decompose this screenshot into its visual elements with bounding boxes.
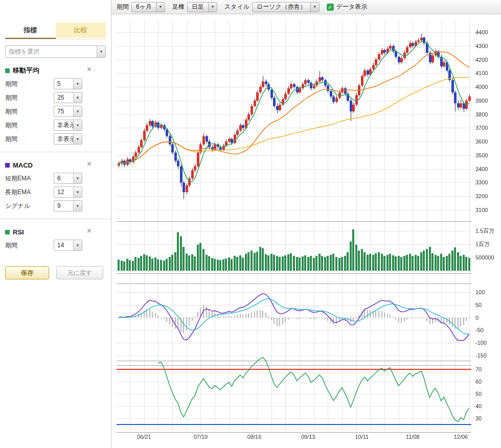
ma-period-5-select[interactable]: 非表示 ▼ — [54, 133, 82, 145]
chevron-down-icon: ▼ — [156, 3, 165, 12]
chevron-down-icon: ▼ — [73, 134, 82, 144]
indicator-select[interactable]: 指標を選択 ▼ — [5, 45, 106, 58]
select-value: 非表示 — [54, 121, 73, 130]
style-dropdown-value: ローソク（赤青） — [253, 3, 310, 11]
period-dropdown-value: 6ヶ月 — [132, 3, 156, 11]
chevron-down-icon: ▼ — [310, 3, 319, 12]
indicator-sidebar: 指標 比較 指標を選択 ▼ 移動平均 × 期間 5 ▼ 期間 25 ▼ — [0, 0, 111, 448]
indicator-select-value: 指標を選択 — [6, 48, 39, 56]
indicator-bullet — [5, 163, 10, 168]
chevron-down-icon: ▼ — [97, 46, 105, 57]
tab-compare[interactable]: 比較 — [56, 22, 106, 38]
select-value: 5 — [54, 80, 61, 87]
ma-period-3-select[interactable]: 75 ▼ — [54, 106, 82, 117]
section-header-macd: MACD × — [5, 160, 106, 170]
macd-signal-select[interactable]: 9 ▼ — [54, 200, 82, 211]
row-label: シグナル — [5, 202, 54, 210]
stock-chart-app: 指標 比較 指標を選択 ▼ 移動平均 × 期間 5 ▼ 期間 25 ▼ — [0, 0, 501, 448]
select-value: 75 — [54, 108, 64, 115]
ma-period-1-select[interactable]: 5 ▼ — [54, 78, 82, 89]
reset-button[interactable]: 元に戻す — [56, 266, 103, 279]
section-title-moving-average: 移動平均 — [13, 66, 39, 75]
data-display-checkbox[interactable]: ✓ — [327, 4, 334, 11]
period-dropdown[interactable]: 6ヶ月 ▼ — [131, 2, 165, 12]
row-label: 短期EMA — [5, 174, 54, 183]
macd-slow-row: 長期EMA 12 ▼ — [5, 186, 106, 198]
row-label: 期間 — [5, 93, 54, 102]
sidebar-buttons: 保存 元に戻す — [5, 266, 106, 279]
row-label: 期間 — [5, 107, 54, 116]
select-value: 12 — [54, 188, 64, 196]
stock-chart-canvas[interactable] — [111, 14, 501, 448]
macd-fast-ema-select[interactable]: 6 ▼ — [54, 173, 82, 184]
ma-period-2-select[interactable]: 25 ▼ — [54, 92, 82, 103]
close-icon[interactable]: × — [87, 226, 92, 235]
section-title-macd: MACD — [13, 161, 33, 169]
chart-toolbar: 期間 6ヶ月 ▼ 足種 日足 ▼ スタイル ローソク（赤青） ▼ ✓ データ表示 — [111, 0, 501, 14]
row-label: 長期EMA — [5, 188, 54, 197]
macd-fast-row: 短期EMA 6 ▼ — [5, 173, 106, 184]
save-button[interactable]: 保存 — [5, 266, 49, 279]
tab-indicators[interactable]: 指標 — [5, 22, 56, 39]
section-header-rsi: RSI × — [5, 227, 106, 237]
ma-period-row-2: 期間 25 ▼ — [5, 92, 106, 103]
select-value: 9 — [54, 202, 61, 209]
chevron-down-icon: ▼ — [73, 106, 82, 116]
bartype-dropdown-value: 日足 — [188, 3, 208, 11]
row-label: 期間 — [5, 241, 54, 250]
ma-period-row-4: 期間 非表示 ▼ — [5, 120, 106, 131]
chevron-down-icon: ▼ — [73, 92, 82, 103]
select-value: 6 — [54, 175, 61, 182]
style-dropdown[interactable]: ローソク（赤青） ▼ — [252, 2, 320, 12]
section-title-rsi: RSI — [13, 228, 24, 236]
select-value: 14 — [54, 242, 64, 249]
ma-period-row-1: 期間 5 ▼ — [5, 78, 106, 89]
macd-slow-ema-select[interactable]: 12 ▼ — [54, 186, 82, 198]
row-label: 期間 — [5, 121, 54, 130]
chevron-down-icon: ▼ — [73, 240, 82, 250]
indicator-bullet — [5, 230, 10, 234]
row-label: 期間 — [5, 135, 54, 144]
indicator-bullet — [5, 68, 10, 73]
ma-period-4-select[interactable]: 非表示 ▼ — [54, 120, 82, 131]
section-divider — [0, 219, 111, 219]
section-header-moving-average: 移動平均 × — [5, 66, 106, 75]
select-value: 25 — [54, 94, 64, 101]
chevron-down-icon: ▼ — [73, 173, 82, 183]
rsi-period-select[interactable]: 14 ▼ — [54, 240, 82, 251]
close-icon[interactable]: × — [87, 65, 92, 74]
bartype-dropdown[interactable]: 日足 ▼ — [187, 2, 217, 12]
ma-period-row-3: 期間 75 ▼ — [5, 106, 106, 117]
style-label: スタイル — [224, 3, 249, 11]
data-display-label: データ表示 — [336, 3, 368, 11]
row-label: 期間 — [5, 80, 54, 88]
select-value: 非表示 — [54, 135, 73, 144]
sidebar-tabs: 指標 比較 — [5, 22, 106, 39]
rsi-period-row: 期間 14 ▼ — [5, 240, 106, 251]
chevron-down-icon: ▼ — [73, 187, 82, 197]
chevron-down-icon: ▼ — [73, 79, 82, 89]
ma-period-row-5: 期間 非表示 ▼ — [5, 133, 106, 145]
macd-signal-row: シグナル 9 ▼ — [5, 200, 106, 211]
chevron-down-icon: ▼ — [73, 201, 82, 211]
period-label: 期間 — [117, 3, 129, 11]
section-divider — [0, 152, 111, 152]
chevron-down-icon: ▼ — [73, 120, 82, 130]
close-icon[interactable]: × — [87, 159, 92, 169]
bartype-label: 足種 — [172, 3, 185, 11]
chevron-down-icon: ▼ — [208, 3, 217, 12]
